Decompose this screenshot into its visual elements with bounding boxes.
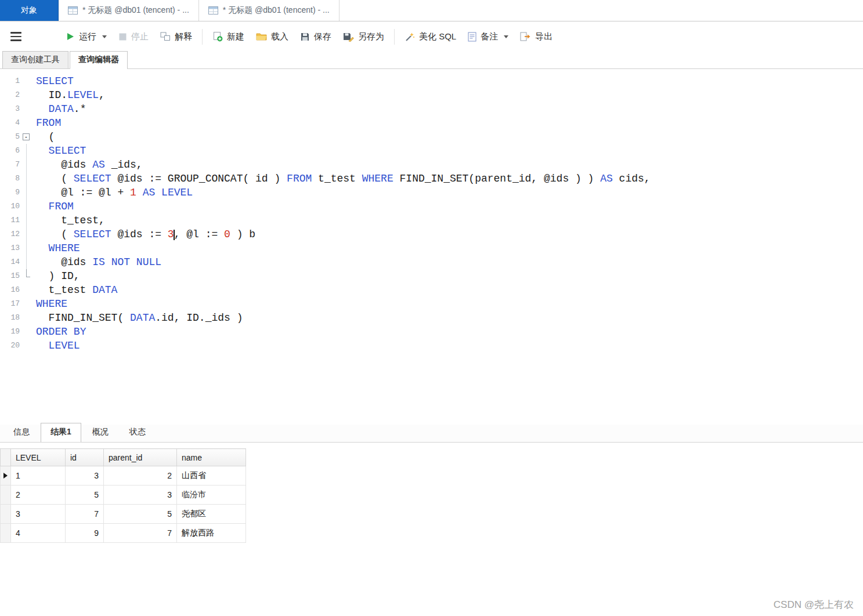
code-line-20[interactable]: 20 LEVEL	[0, 339, 863, 353]
code-line-15[interactable]: 15 ) ID,	[0, 269, 863, 283]
code-line-12[interactable]: 12 ( SELECT @ids := 3, @l := 0 ) b	[0, 227, 863, 241]
result-tab-3[interactable]: 状态	[120, 423, 156, 442]
result-tab-1[interactable]: 结果1	[41, 423, 81, 442]
code-line-14[interactable]: 14 @ids IS NOT NULL	[0, 255, 863, 269]
run-label: 运行	[79, 31, 96, 42]
code-line-17[interactable]: 17WHERE	[0, 297, 863, 311]
cell-name[interactable]: 尧都区	[177, 505, 246, 524]
cell-LEVEL[interactable]: 1	[11, 466, 66, 485]
code-line-1[interactable]: 1SELECT	[0, 74, 863, 88]
comment-doc-icon	[468, 32, 476, 42]
result-tab-2[interactable]: 概况	[82, 423, 118, 442]
row-selector[interactable]	[1, 466, 11, 485]
code-text: SELECT	[36, 74, 74, 88]
load-button[interactable]: 载入	[250, 27, 294, 46]
tab-query-1[interactable]: * 无标题 @db01 (tencent) - ...	[59, 0, 199, 21]
code-line-16[interactable]: 16 t_test DATA	[0, 283, 863, 297]
cell-name[interactable]: 临汾市	[177, 485, 246, 505]
code-text: t_test,	[36, 213, 105, 227]
main-menu-button[interactable]	[5, 28, 27, 45]
code-line-5[interactable]: 5- (	[0, 130, 863, 144]
line-number: 11	[0, 213, 20, 227]
row-selector[interactable]	[1, 505, 11, 524]
code-line-10[interactable]: 10 FROM	[0, 200, 863, 213]
save-as-button[interactable]: 另存为	[337, 27, 390, 46]
watermark: CSDN @尧上有农	[774, 598, 854, 611]
run-dropdown-icon[interactable]	[102, 35, 107, 38]
result-tab-0[interactable]: 信息	[3, 423, 39, 442]
comment-dropdown-icon[interactable]	[504, 35, 508, 38]
code-line-19[interactable]: 19ORDER BY	[0, 325, 863, 339]
cell-parent_id[interactable]: 5	[104, 505, 177, 524]
cell-LEVEL[interactable]: 4	[11, 524, 66, 543]
sql-editor[interactable]: 1SELECT2 ID.LEVEL,3 DATA.*4FROM5- (6 SEL…	[0, 69, 863, 425]
code-line-11[interactable]: 11 t_test,	[0, 213, 863, 227]
load-label: 载入	[271, 31, 288, 42]
table-row[interactable]: 497解放西路	[1, 524, 246, 543]
code-line-4[interactable]: 4FROM	[0, 116, 863, 130]
code-text: FIND_IN_SET( DATA.id, ID._ids )	[36, 311, 243, 325]
tab-query-2[interactable]: * 无标题 @db01 (tencent) - ...	[199, 0, 340, 21]
stop-button[interactable]: 停止	[113, 27, 154, 46]
row-selector-header	[1, 449, 11, 466]
row-selector[interactable]	[1, 485, 11, 505]
column-header-parent_id[interactable]: parent_id	[104, 449, 177, 466]
cell-id[interactable]: 9	[66, 524, 104, 543]
query-tab-icon	[68, 6, 78, 15]
cell-parent_id[interactable]: 7	[104, 524, 177, 543]
cell-LEVEL[interactable]: 3	[11, 505, 66, 524]
cell-id[interactable]: 5	[66, 485, 104, 505]
fold-gutter	[20, 311, 36, 325]
document-tab-bar: 对象* 无标题 @db01 (tencent) - ...* 无标题 @db01…	[0, 0, 863, 21]
code-line-18[interactable]: 18 FIND_IN_SET( DATA.id, ID._ids )	[0, 311, 863, 325]
grid-header-row: LEVELidparent_idname	[1, 449, 246, 466]
cell-name[interactable]: 解放西路	[177, 524, 246, 543]
code-line-9[interactable]: 9 @l := @l + 1 AS LEVEL	[0, 186, 863, 200]
explain-button[interactable]: 解释	[154, 27, 198, 46]
code-line-8[interactable]: 8 ( SELECT @ids := GROUP_CONCAT( id ) FR…	[0, 172, 863, 186]
comment-button[interactable]: 备注	[462, 27, 514, 46]
table-row[interactable]: 375尧都区	[1, 505, 246, 524]
row-selector[interactable]	[1, 524, 11, 543]
fold-gutter	[20, 241, 36, 255]
current-row-marker-icon	[3, 473, 8, 479]
column-header-name[interactable]: name	[177, 449, 246, 466]
save-button[interactable]: 保存	[294, 27, 337, 46]
column-header-LEVEL[interactable]: LEVEL	[11, 449, 66, 466]
code-line-6[interactable]: 6 SELECT	[0, 144, 863, 158]
table-row[interactable]: 132山西省	[1, 466, 246, 485]
result-table: LEVELidparent_idname 132山西省253临汾市375尧都区4…	[0, 448, 246, 543]
column-header-id[interactable]: id	[66, 449, 104, 466]
code-text: (	[36, 130, 55, 144]
cell-name[interactable]: 山西省	[177, 466, 246, 485]
tab-query-editor[interactable]: 查询编辑器	[70, 51, 128, 68]
code-line-3[interactable]: 3 DATA.*	[0, 102, 863, 116]
line-number: 4	[0, 116, 20, 130]
tab-objects[interactable]: 对象	[0, 0, 59, 21]
new-button[interactable]: 新建	[207, 27, 250, 46]
run-button[interactable]: 运行	[60, 27, 113, 46]
tab-query-builder[interactable]: 查询创建工具	[2, 51, 68, 68]
code-text: ( SELECT @ids := GROUP_CONCAT( id ) FROM…	[36, 172, 651, 186]
beautify-sql-button[interactable]: 美化 SQL	[399, 27, 462, 46]
code-text: ( SELECT @ids := 3, @l := 0 ) b	[36, 227, 255, 241]
cell-id[interactable]: 3	[66, 466, 104, 485]
code-line-2[interactable]: 2 ID.LEVEL,	[0, 88, 863, 102]
comment-label: 备注	[481, 31, 498, 42]
line-number: 8	[0, 172, 20, 186]
code-text: FROM	[36, 200, 74, 213]
code-line-13[interactable]: 13 WHERE	[0, 241, 863, 255]
cell-id[interactable]: 7	[66, 505, 104, 524]
table-row[interactable]: 253临汾市	[1, 485, 246, 505]
cell-parent_id[interactable]: 2	[104, 466, 177, 485]
code-line-7[interactable]: 7 @ids AS _ids,	[0, 158, 863, 172]
fold-collapse-icon[interactable]: -	[20, 130, 36, 144]
line-number: 14	[0, 255, 20, 269]
run-icon	[66, 32, 75, 41]
code-text: @ids AS _ids,	[36, 158, 143, 172]
fold-gutter	[20, 297, 36, 311]
cell-parent_id[interactable]: 3	[104, 485, 177, 505]
cell-LEVEL[interactable]: 2	[11, 485, 66, 505]
export-button[interactable]: 导出	[514, 27, 558, 46]
fold-gutter	[20, 172, 36, 186]
